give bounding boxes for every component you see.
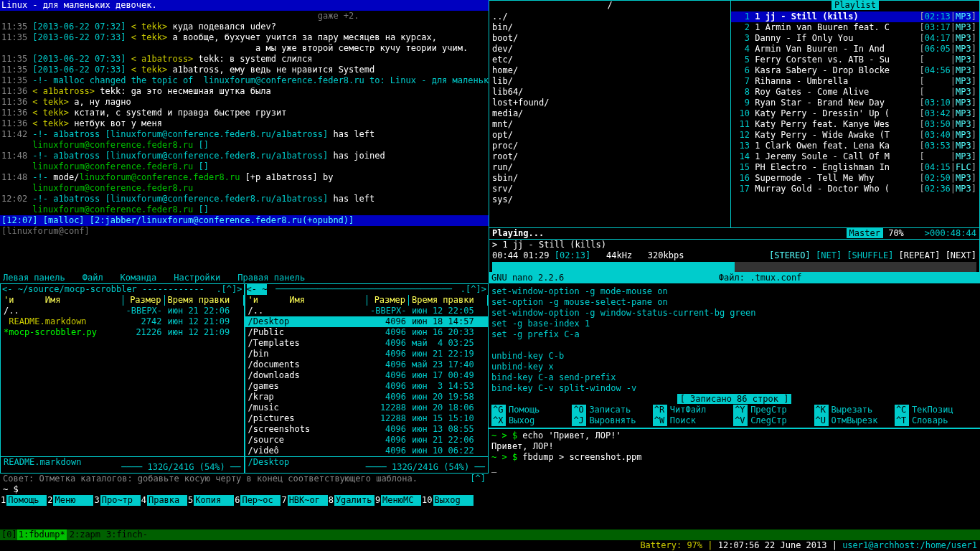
mc-file-row[interactable]: /videô4096июн 10 06:22	[245, 446, 489, 456]
mc-file-row[interactable]: *mocp-scrobbler.py21226июн 12 21:09	[1, 327, 244, 338]
moc-now-playing: > 1 jj - Still (kills) 00:44 01:29 [02:1…	[489, 240, 980, 273]
dir-item[interactable]: srv/	[489, 184, 730, 194]
playlist-item[interactable]: 8 Roy Gates - Come Alive[ |MP3]	[731, 87, 979, 98]
mc-file-row[interactable]: /Public4096июн 16 20:33	[245, 327, 489, 338]
fkey-7[interactable]: 7НВК~ог	[281, 495, 327, 506]
nano-status: [ Записано 86 строк ]	[489, 394, 980, 405]
irc-status: [12:07] [malloc] [2:jabber/linuxforum@co…	[0, 215, 489, 226]
dir-item[interactable]: lib/	[489, 76, 730, 87]
mc-menu-item[interactable]: Команда	[121, 273, 157, 283]
playlist-item[interactable]: 5 Ferry Corsten vs. ATB - Su[ |MP3]	[731, 55, 979, 65]
mc-prompt[interactable]: ~ $	[0, 484, 489, 495]
tmux-inner-status: [0] 1:fbdump* 2:zapm 3:finch-	[0, 529, 980, 540]
mc-file-row[interactable]: /krap4096июн 20 19:58	[245, 392, 489, 402]
nano-key: ^GПомощь	[491, 405, 572, 415]
moc-file-browser[interactable]: / ../bin/boot/dev/etc/home/lib/lib64/los…	[489, 1, 731, 227]
tmux-window[interactable]: 3:finch-	[103, 529, 151, 540]
dir-item[interactable]: media/	[489, 108, 730, 119]
playlist-item[interactable]: 10 Katy Perry - Dressin' Up ([03:42|MP3]	[731, 108, 979, 119]
dir-item[interactable]: home/	[489, 65, 730, 76]
fkey-4[interactable]: 4Правка	[141, 495, 187, 506]
dir-item[interactable]: dev/	[489, 44, 730, 55]
fkey-3[interactable]: 3Про~тр	[93, 495, 140, 506]
mc-hint: Совет: Отметка каталогов: gобавьте косую…	[0, 474, 420, 484]
mc-menu-item[interactable]: Настройки	[174, 273, 220, 283]
playlist-item[interactable]: 16 Supermode - Tell Me Why[02:50|MP3]	[731, 173, 979, 184]
tmux-window[interactable]: 2:zapm	[67, 529, 103, 540]
nano-key: ^VСлеgСтр	[733, 415, 814, 426]
playlist-item[interactable]: 11 Katy Perry feat. Kanye Wes[03:50|MP3]	[731, 119, 979, 130]
mc-file-row[interactable]: /..-ВВЕРХ-июн 12 22:05	[245, 306, 489, 316]
volume-master[interactable]: Master	[847, 228, 883, 238]
mc-file-row[interactable]: /pictures12288июн 15 15:10	[245, 413, 489, 424]
playlist-item[interactable]: 15 PH Electro - Englishman In[04:15|FLC]	[731, 162, 979, 173]
playlist-item[interactable]: 6 Kasra Sabery - Drop Blocke[04:56|MP3]	[731, 65, 979, 76]
fkey-1[interactable]: 1Помощь	[0, 495, 47, 506]
dir-item[interactable]: mnt/	[489, 119, 730, 130]
fkey-2[interactable]: 2Меню	[47, 495, 93, 506]
mc-file-row[interactable]: /documents4096май 23 17:40	[245, 359, 489, 370]
playlist-item[interactable]: 1 1 jj - Still (kills)[02:13|MP3]	[731, 11, 979, 22]
tmux-window-current[interactable]: 1:fbdump*	[17, 529, 67, 540]
playlist-item[interactable]: 2 1 Armin van Buuren feat. C[03:17|MP3]	[731, 22, 979, 33]
mc-left-panel[interactable]: <- ~/source/mocp-scrobbler ------------.…	[0, 283, 245, 474]
dir-item[interactable]: root/	[489, 151, 730, 162]
playlist-item[interactable]: 17 Murray Gold - Doctor Who ([02:36|MP3]	[731, 184, 979, 194]
mc-menu-item[interactable]: Файл	[83, 273, 103, 283]
mc-pane: Левая панельФайлКомандаНастройкиПравая п…	[0, 273, 489, 529]
nano-key: ^UОтмВырезк	[814, 415, 895, 426]
mc-file-row[interactable]: README.markdown2742июн 12 21:09	[1, 316, 244, 327]
dir-item[interactable]: bin/	[489, 22, 730, 33]
mc-file-row[interactable]: /Templates4096май 4 03:25	[245, 338, 489, 349]
irc-input[interactable]: [linuxforum@conf]	[0, 226, 489, 237]
moc-pane: / ../bin/boot/dev/etc/home/lib/lib64/los…	[489, 0, 980, 273]
irc-topic: Linux - для маленьких девочек.	[0, 0, 489, 11]
nano-key: ^CТекПозиц	[895, 405, 975, 415]
playlist-item[interactable]: 7 Rihanna - Umbrella[ |MP3]	[731, 76, 979, 87]
dir-item[interactable]: boot/	[489, 33, 730, 44]
mc-file-row[interactable]: /games4096июн 3 14:53	[245, 381, 489, 392]
mc-menu[interactable]: Левая панельФайлКомандаНастройкиПравая п…	[0, 273, 489, 283]
mc-file-row[interactable]: /downloads4096июн 17 00:49	[245, 370, 489, 381]
playlist-item[interactable]: 4 Armin Van Buuren - In And [06:05|MP3]	[731, 44, 979, 55]
dir-item[interactable]: etc/	[489, 55, 730, 65]
mc-menu-item[interactable]: Левая панель	[3, 273, 65, 283]
dir-item[interactable]: sbin/	[489, 173, 730, 184]
mc-file-row[interactable]: /screenshots4096июн 13 08:55	[245, 424, 489, 435]
playlist-item[interactable]: 13 1 Clark Owen feat. Lena Ka[03:53|MP3]	[731, 141, 979, 151]
playlist-item[interactable]: 14 1 Jeremy Soule - Call Of M[ |MP3]	[731, 151, 979, 162]
dir-item[interactable]: proc/	[489, 141, 730, 151]
fkey-6[interactable]: 6Пер~ос	[234, 495, 281, 506]
fkey-9[interactable]: 9МенюMC	[374, 495, 421, 506]
mc-file-row[interactable]: /Desktop4096июн 18 14:57	[245, 316, 489, 327]
playlist-item[interactable]: 9 Ryan Star - Brand New Day [03:10|MP3]	[731, 98, 979, 108]
nano-key: ^OЗаписать	[572, 405, 652, 415]
playlist-item[interactable]: 3 Danny - If Only You[04:17|MP3]	[731, 33, 979, 44]
fkey-8[interactable]: 8Уgалить	[328, 495, 374, 506]
shell[interactable]: ~ > $ echo 'Привет, ЛОР!' Привет, ЛОР! ~…	[489, 430, 980, 474]
moc-playlist[interactable]: Playlist 1 1 jj - Still (kills)[02:13|MP…	[731, 1, 980, 227]
nano-key: ^TСловарь	[895, 415, 975, 426]
fkey-5[interactable]: 5Копия	[187, 495, 234, 506]
mc-fkeys[interactable]: 1Помощь2Меню3Про~тр4Правка5Копия6Пер~ос7…	[0, 495, 489, 506]
irc-pane: Linux - для маленьких девочек. gаже +2.1…	[0, 0, 489, 273]
mc-file-row[interactable]: /bin4096июн 21 22:19	[245, 349, 489, 359]
moc-progress[interactable]	[492, 262, 976, 272]
mc-file-row[interactable]: /..-ВВЕРХ-июн 21 22:06	[1, 306, 244, 316]
dir-item[interactable]: lost+found/	[489, 98, 730, 108]
irc-log[interactable]: gаже +2.11:35 [2013-06-22 07:32] < tekk>…	[0, 11, 489, 215]
mc-right-panel[interactable]: <- ~ ──────────────────────────────────.…	[245, 283, 489, 474]
fkey-10[interactable]: 10Выхоg	[421, 495, 473, 506]
dir-item[interactable]: ../	[489, 11, 730, 22]
nano-editor[interactable]: set-window-option -g mode-mouse onset-op…	[489, 286, 980, 394]
nano-key: ^RЧитФайл	[653, 405, 733, 415]
mc-menu-item[interactable]: Правая панель	[237, 273, 305, 283]
dir-item[interactable]: lib64/	[489, 87, 730, 98]
dir-item[interactable]: opt/	[489, 130, 730, 141]
mc-file-row[interactable]: /music12288июн 20 18:06	[245, 402, 489, 413]
playlist-item[interactable]: 12 Katy Perry - Wide Awake (T[03:40|MP3]	[731, 130, 979, 141]
dir-item[interactable]: sys/	[489, 194, 730, 205]
dir-item[interactable]: run/	[489, 162, 730, 173]
mc-file-row[interactable]: /source4096июн 21 22:06	[245, 435, 489, 446]
moc-status-bar: Playing... Master 70% >000:48:44	[489, 227, 980, 240]
